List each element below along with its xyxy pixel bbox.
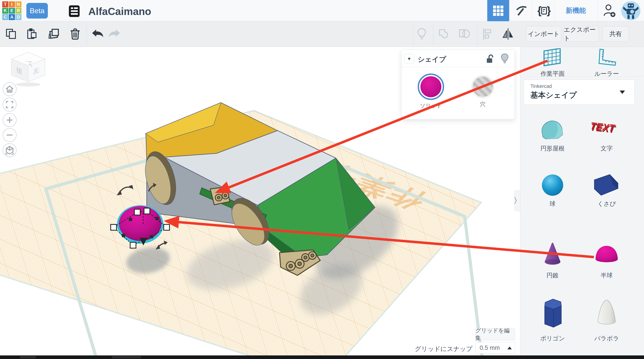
hole-swatch[interactable]: 穴 [465, 74, 501, 108]
text-3d-icon: TEXT TEXT [590, 116, 624, 142]
beta-badge[interactable]: Beta [26, 3, 48, 18]
export-button[interactable]: エクスポート [564, 26, 599, 42]
shape-hemisphere[interactable]: 半球 [584, 240, 629, 280]
copy-icon [5, 28, 17, 40]
codeblocks-button[interactable]: { } [534, 0, 554, 21]
workplane-tool[interactable]: 作業平面 [532, 48, 573, 78]
code-shape-icon: { } [537, 4, 551, 17]
blocks-editor-button[interactable] [487, 0, 509, 21]
pickaxe-icon [515, 4, 528, 17]
fit-view-icon [3, 98, 16, 112]
robot-avatar-icon [621, 1, 640, 20]
group-icon [438, 28, 450, 40]
solid-swatch[interactable]: ソリッド [413, 74, 449, 109]
invite-collaborator-button[interactable] [599, 0, 620, 21]
align-button[interactable] [481, 28, 493, 40]
design-title[interactable]: AlfaCaimano [88, 5, 151, 18]
hole-pattern-sample [471, 75, 494, 98]
shape-label: 球 [530, 200, 575, 208]
shape-cone[interactable]: 円錐 [530, 240, 575, 280]
delete-button[interactable] [69, 28, 82, 40]
minus-icon [3, 128, 16, 142]
workplane-icon [542, 48, 563, 67]
shape-inspector-panel: ▼ シェイプ ソリッド 穴 [402, 50, 515, 119]
tinkercad-logo[interactable]: T I N K E R C A D [2, 1, 22, 20]
library-brand: Tinkercad [530, 84, 552, 89]
svg-text:{: { [537, 4, 542, 16]
snap-grid-value: 0.5 mm [480, 344, 507, 352]
design-properties-icon[interactable] [68, 5, 80, 18]
shape-sphere[interactable]: 球 [530, 172, 575, 208]
new-features-link[interactable]: 新機能 [554, 0, 597, 21]
shape-label: 文字 [584, 144, 629, 152]
unlock-icon[interactable] [486, 54, 494, 64]
logo-tile: A [9, 14, 15, 20]
paraboloid-icon [593, 294, 620, 332]
group-button[interactable] [438, 28, 450, 40]
shape-polygon[interactable]: ポリゴン [530, 294, 575, 342]
snap-grid-select[interactable]: 0.5 mm [476, 342, 515, 354]
solid-label: ソリッド [413, 102, 449, 109]
logo-tile: D [16, 14, 22, 20]
shapes-sidebar: 作業平面 ルーラー Tinkercad 基本シェイプ 円形屋根 TEXT [520, 47, 644, 356]
redo-button[interactable] [108, 28, 121, 40]
edit-grid-button[interactable]: グリッドを編集 [475, 328, 515, 340]
zoom-out-button[interactable] [3, 128, 16, 142]
import-button[interactable]: インポート [526, 26, 561, 42]
caret-down-icon [620, 90, 625, 94]
home-view-button[interactable] [3, 82, 16, 96]
mirror-icon [502, 28, 514, 40]
panel-title: シェイプ [418, 55, 446, 64]
mirror-button[interactable] [502, 28, 514, 40]
user-avatar[interactable] [621, 1, 640, 20]
shape-label: 円形屋根 [530, 144, 575, 152]
panel-collapse-button[interactable]: ▼ [404, 54, 414, 64]
caret-up-icon [507, 346, 512, 350]
round-roof-icon [539, 116, 566, 142]
zoom-in-button[interactable] [3, 113, 16, 127]
hemisphere-icon [593, 240, 620, 269]
shape-wedge[interactable]: くさび [584, 172, 629, 208]
paste-button[interactable] [26, 28, 38, 40]
shape-round-roof[interactable]: 円形屋根 [530, 116, 575, 152]
cone-icon [539, 240, 566, 269]
ungroup-button[interactable] [458, 28, 471, 40]
hole-label: 穴 [465, 100, 501, 108]
minecraft-export-button[interactable] [511, 0, 532, 21]
add-person-icon [603, 4, 616, 18]
tinkercad-app: T I N K E R C A D Beta AlfaCaimano [0, 0, 644, 359]
shape-paraboloid[interactable]: パラボラ [584, 294, 629, 342]
copy-button[interactable] [5, 28, 18, 40]
library-name: 基本シェイプ [530, 90, 577, 100]
shape-text[interactable]: TEXT TEXT 文字 [584, 116, 629, 152]
sidebar-collapse-tab[interactable]: 〉 [514, 190, 520, 211]
logo-tile: I [9, 1, 15, 8]
grid-icon [493, 6, 503, 16]
wedge-icon [591, 172, 622, 198]
snap-grid-label: グリッドにスナップ [400, 345, 472, 353]
perspective-cube-icon [3, 143, 16, 157]
header-bar: T I N K E R C A D Beta AlfaCaimano [0, 0, 644, 21]
shape-label: くさび [584, 200, 629, 208]
sphere-icon [539, 172, 566, 198]
duplicate-button[interactable] [48, 28, 60, 40]
show-all-button[interactable] [416, 28, 428, 40]
redo-icon [108, 29, 121, 39]
plus-icon [3, 113, 16, 127]
logo-tile: N [16, 1, 22, 8]
share-button[interactable]: 共有 [602, 26, 629, 42]
duplicate-icon [48, 28, 60, 40]
logo-tile: K [2, 8, 8, 14]
action-toolbar: インポート エクスポート 共有 [0, 21, 644, 47]
hide-lightbulb-icon[interactable] [501, 54, 509, 64]
perspective-toggle-button[interactable] [3, 143, 16, 157]
dock-strip [0, 356, 644, 359]
shape-label: 円錐 [530, 271, 575, 280]
ruler-tool[interactable]: ルーラー [586, 48, 627, 78]
fit-view-button[interactable] [3, 98, 16, 112]
logo-tile: R [16, 8, 22, 14]
shape-library-select[interactable]: Tinkercad 基本シェイプ [524, 80, 634, 104]
logo-tile: E [9, 8, 15, 14]
undo-button[interactable] [91, 28, 104, 40]
logo-tile: C [2, 14, 8, 20]
